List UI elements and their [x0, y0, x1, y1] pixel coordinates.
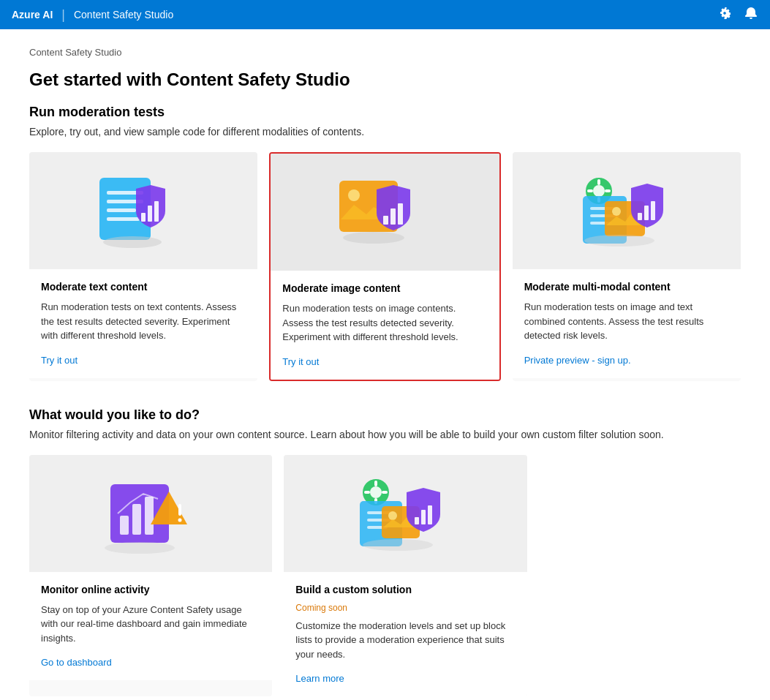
- card-text-body: Moderate text content Run moderation tes…: [29, 269, 257, 378]
- card-custom-link[interactable]: Learn more: [295, 673, 344, 684]
- svg-point-26: [612, 207, 621, 216]
- card-multimodal-desc: Run moderation tests on image and text c…: [524, 300, 729, 343]
- card-monitor-body: Monitor online activity Stay on top of y…: [29, 572, 272, 681]
- section1-desc: Explore, try out, and view sample code f…: [29, 126, 741, 138]
- svg-rect-33: [132, 504, 141, 535]
- card-multimodal-image: [513, 152, 741, 269]
- coming-soon-label: Coming soon: [295, 603, 515, 613]
- svg-point-11: [343, 232, 404, 244]
- card-monitor-image: [29, 455, 272, 572]
- navbar-title: Content Safety Studio: [74, 9, 173, 20]
- page-title: Get started with Content Safety Studio: [29, 69, 741, 90]
- navbar: Azure AI | Content Safety Studio: [0, 0, 770, 29]
- svg-point-51: [363, 539, 433, 551]
- section1-title: Run moderation tests: [29, 105, 741, 120]
- breadcrumb: Content Safety Studio: [29, 47, 741, 58]
- svg-rect-43: [364, 491, 370, 494]
- navbar-right: [717, 6, 758, 24]
- svg-rect-54: [428, 505, 432, 524]
- card-monitor-link[interactable]: Go to dashboard: [41, 657, 112, 668]
- card-monitor-desc: Stay on top of your Azure Content Safety…: [41, 603, 260, 646]
- settings-icon[interactable]: [717, 6, 732, 24]
- svg-rect-14: [398, 203, 403, 225]
- bottom-cards-row: Monitor online activity Stay on top of y…: [29, 455, 741, 697]
- svg-rect-17: [597, 179, 600, 185]
- svg-point-27: [584, 235, 654, 246]
- svg-rect-52: [415, 517, 419, 524]
- svg-rect-34: [145, 497, 154, 535]
- svg-rect-7: [148, 206, 152, 222]
- svg-rect-20: [605, 189, 611, 192]
- card-image-body: Moderate image content Run moderation te…: [271, 271, 499, 380]
- card-monitor-title: Monitor online activity: [41, 584, 260, 595]
- svg-rect-53: [421, 510, 426, 524]
- card-multimodal-content[interactable]: Moderate multi-modal content Run moderat…: [513, 152, 741, 381]
- svg-point-16: [593, 185, 605, 197]
- svg-rect-36: [178, 504, 181, 516]
- card-image-image: [271, 154, 499, 271]
- card-monitor[interactable]: Monitor online activity Stay on top of y…: [29, 455, 272, 697]
- card-image-content[interactable]: Moderate image content Run moderation te…: [269, 152, 500, 381]
- navbar-separator: |: [61, 7, 65, 23]
- svg-rect-4: [107, 217, 140, 221]
- svg-point-37: [178, 518, 182, 522]
- svg-rect-8: [154, 201, 159, 222]
- svg-rect-12: [383, 216, 388, 225]
- card-custom-desc: Customize the moderation levels and set …: [295, 619, 515, 662]
- card-text-link[interactable]: Try it out: [41, 355, 78, 366]
- svg-rect-28: [638, 213, 642, 220]
- svg-point-10: [348, 189, 360, 201]
- card-custom[interactable]: Build a custom solution Coming soon Cust…: [284, 455, 526, 697]
- navbar-left: Azure AI | Content Safety Studio: [12, 7, 173, 23]
- section2-title: What would you like to do?: [29, 407, 741, 423]
- section2-desc: Monitor filtering activity and data on y…: [29, 429, 741, 440]
- notification-icon[interactable]: [744, 6, 758, 24]
- svg-rect-13: [390, 208, 396, 225]
- card-multimodal-title: Moderate multi-modal content: [524, 281, 729, 293]
- card-text-content[interactable]: Moderate text content Run moderation tes…: [29, 152, 257, 381]
- card-custom-title: Build a custom solution: [295, 584, 515, 595]
- svg-point-50: [388, 511, 397, 520]
- card-image-title: Moderate image content: [282, 282, 487, 294]
- card-custom-image: [284, 455, 526, 572]
- card-image-link[interactable]: Try it out: [282, 356, 319, 367]
- svg-rect-44: [382, 491, 388, 494]
- card-text-title: Moderate text content: [41, 281, 246, 293]
- card-text-image: [29, 152, 257, 269]
- svg-point-5: [103, 236, 162, 248]
- navbar-brand: Azure AI: [12, 9, 53, 20]
- card-custom-body: Build a custom solution Coming soon Cust…: [284, 572, 526, 697]
- card-multimodal-link[interactable]: Private preview - sign up.: [524, 355, 631, 366]
- svg-rect-3: [107, 208, 136, 212]
- svg-point-40: [370, 486, 382, 498]
- svg-rect-30: [651, 201, 655, 220]
- svg-rect-41: [374, 481, 377, 486]
- svg-point-38: [105, 542, 175, 554]
- card-text-desc: Run moderation tests on text contents. A…: [41, 300, 246, 343]
- card-multimodal-body: Moderate multi-modal content Run moderat…: [513, 269, 741, 378]
- svg-rect-29: [644, 206, 649, 220]
- card-image-desc: Run moderation tests on image contents. …: [282, 301, 487, 345]
- svg-rect-19: [587, 189, 593, 192]
- main-content: Content Safety Studio Get started with C…: [0, 29, 770, 700]
- moderation-cards-row: Moderate text content Run moderation tes…: [29, 152, 741, 381]
- svg-rect-32: [120, 516, 129, 535]
- svg-rect-6: [141, 213, 146, 222]
